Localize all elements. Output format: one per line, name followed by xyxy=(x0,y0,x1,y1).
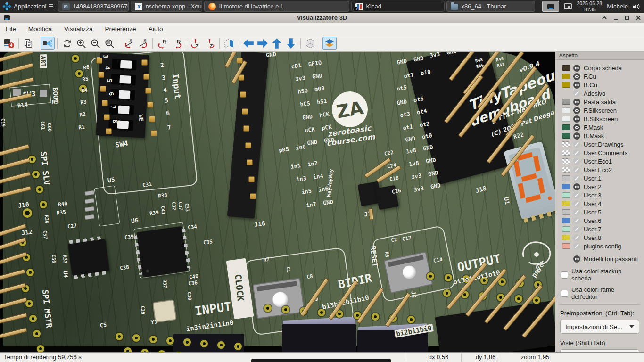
layer-row[interactable]: User.7 xyxy=(562,225,644,233)
rotate-y-counterclockwise-button[interactable]: Y xyxy=(169,37,183,50)
layer-row[interactable]: User.8 xyxy=(562,233,644,242)
layer-row[interactable]: F.Mask xyxy=(562,123,644,132)
visibility-hidden-icon[interactable] xyxy=(573,166,580,173)
visibility-eye-icon[interactable] xyxy=(573,65,580,72)
visibility-eye-icon[interactable] xyxy=(573,73,580,80)
visibility-eye-icon[interactable] xyxy=(573,183,580,190)
3d-viewport[interactable]: ZA GNDcD1 GPIO3v3 GNDhSO m00hCS hSIGND h… xyxy=(0,52,555,352)
layer-row[interactable]: User.3 xyxy=(562,191,644,199)
render-current-view-button[interactable] xyxy=(41,37,55,50)
copy-image-button[interactable] xyxy=(21,37,35,50)
rotate-x-counterclockwise-button[interactable]: X xyxy=(136,37,150,50)
layer-row[interactable]: Adesivo xyxy=(562,89,644,98)
checkbox[interactable] xyxy=(561,272,568,279)
visibility-eye-icon[interactable] xyxy=(573,132,580,140)
menu-visualizza[interactable]: Visualizza xyxy=(64,25,93,33)
menu-modifica[interactable]: Modifica xyxy=(28,25,52,33)
layer-row[interactable]: B.Mask xyxy=(562,132,644,140)
menu-file[interactable]: File xyxy=(6,25,16,33)
plated-hole-ring xyxy=(32,171,40,178)
visibility-eye-icon[interactable] xyxy=(573,115,580,123)
flip-board-button[interactable] xyxy=(222,37,236,50)
rotate-z-counterclockwise-button[interactable]: Z xyxy=(203,37,217,50)
zoom-out-button[interactable] xyxy=(88,37,102,50)
taskbar-window-firefox[interactable]: Il motore di lavatrice e i... xyxy=(204,1,349,12)
visibility-eye-icon[interactable] xyxy=(573,82,580,89)
visibility-eye-icon[interactable] xyxy=(573,107,580,114)
visibility-hidden-icon[interactable] xyxy=(573,234,580,241)
zoom-to-fit-button[interactable] xyxy=(102,37,116,50)
rotate-x-clockwise-button[interactable]: X xyxy=(122,37,136,50)
layer-row[interactable]: B.Cu xyxy=(562,81,644,89)
gold-pad xyxy=(141,59,148,66)
visibility-hidden-icon[interactable] xyxy=(573,209,580,216)
layer-row[interactable]: plugins.config xyxy=(562,242,644,250)
orthographic-projection-button[interactable] xyxy=(303,37,317,50)
workspace-switcher[interactable] xyxy=(542,1,559,12)
layer-row[interactable]: User.4 xyxy=(562,199,644,208)
layer-row[interactable]: Modelli fori passanti xyxy=(562,255,644,263)
visibility-eye-icon[interactable] xyxy=(573,124,580,131)
hidden-dock-panel[interactable] xyxy=(251,359,391,362)
visibility-hidden-icon[interactable] xyxy=(573,192,580,199)
menu-aiuto[interactable]: Aiuto xyxy=(149,25,163,33)
pan-left-button[interactable] xyxy=(241,37,256,50)
minimize-button[interactable] xyxy=(613,15,619,21)
layer-row[interactable]: User.5 xyxy=(562,208,644,216)
visibility-hidden-icon[interactable] xyxy=(573,217,580,224)
user-menu[interactable]: Michele xyxy=(607,3,628,10)
display-indicator-icon[interactable] xyxy=(564,3,572,9)
layer-row[interactable]: User.Eco2 xyxy=(562,165,644,174)
monitor-icon xyxy=(547,4,554,9)
reload-board-button[interactable] xyxy=(2,37,16,50)
silkscreen-label: C19 xyxy=(0,118,6,127)
rotate-y-clockwise-button[interactable]: Y xyxy=(155,37,169,50)
presets-dropdown[interactable]: Impostazioni di Se... xyxy=(560,320,639,334)
layer-row[interactable]: F.Silkscreen xyxy=(562,106,644,115)
close-button[interactable] xyxy=(636,15,641,21)
visibility-hidden-icon[interactable] xyxy=(573,158,580,165)
visibility-hidden-icon[interactable] xyxy=(573,226,580,233)
toggle-appearance-panel-button[interactable] xyxy=(322,37,337,50)
visibility-eye-icon[interactable] xyxy=(573,255,580,263)
visibility-hidden-icon[interactable] xyxy=(573,149,580,156)
checkbox[interactable] xyxy=(561,290,568,297)
gold-pad xyxy=(242,108,248,115)
pan-down-button[interactable] xyxy=(284,37,298,50)
layer-row[interactable]: User.Eco1 xyxy=(562,157,644,165)
speaker-icon[interactable] xyxy=(633,3,640,10)
visibility-hidden-icon[interactable] xyxy=(573,90,580,97)
pan-right-button[interactable] xyxy=(256,37,270,50)
clock[interactable]: 2025-05-28 18:35 xyxy=(577,0,602,12)
taskbar-window-xournal[interactable]: nschema.xopp - Xournal... xyxy=(131,1,202,12)
taskbar-window-kicad[interactable]: 3Kicad xyxy=(351,1,445,12)
layer-row[interactable]: User.1 xyxy=(562,174,644,182)
window-titlebar[interactable]: Visualizzatore 3D xyxy=(0,13,644,23)
taskbar-window-image-file[interactable]: 1498418037480967522-... xyxy=(58,1,129,12)
silkscreen-label: 8 xyxy=(111,119,119,123)
rotate-z-clockwise-button[interactable]: Z xyxy=(189,37,203,50)
layer-row[interactable]: User.Comments xyxy=(562,148,644,157)
redraw-button[interactable] xyxy=(60,37,74,50)
zoom-in-button[interactable] xyxy=(74,37,88,50)
socket xyxy=(282,324,356,352)
layer-row[interactable]: F.Cu xyxy=(562,72,644,81)
layer-row[interactable]: B.Silkscreen xyxy=(562,115,644,123)
silkscreen-label: C37 xyxy=(178,202,183,211)
taskbar-window-folder[interactable]: x86_64 - Thunar xyxy=(446,1,535,12)
visibility-hidden-icon[interactable] xyxy=(573,243,580,250)
shade-button[interactable] xyxy=(602,15,607,21)
visibility-hidden-icon[interactable] xyxy=(573,175,580,182)
layer-row[interactable]: Pasta salda xyxy=(562,98,644,106)
pan-up-button[interactable] xyxy=(270,37,284,50)
layer-row[interactable]: User.Drawings xyxy=(562,140,644,148)
layer-row[interactable]: User.2 xyxy=(562,182,644,191)
maximize-button[interactable] xyxy=(624,15,630,21)
visibility-eye-icon[interactable] xyxy=(573,99,580,106)
applications-menu[interactable]: Applicazioni xyxy=(0,0,56,13)
layer-row[interactable]: Corpo scheda xyxy=(562,64,644,72)
visibility-hidden-icon[interactable] xyxy=(573,200,580,207)
visibility-hidden-icon[interactable] xyxy=(573,141,580,148)
layer-row[interactable]: User.6 xyxy=(562,216,644,225)
menu-preferenze[interactable]: Preferenze xyxy=(105,25,136,33)
